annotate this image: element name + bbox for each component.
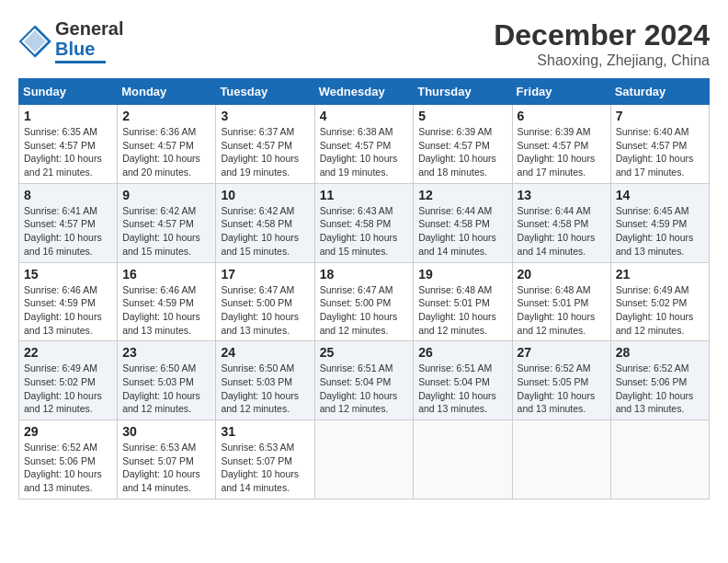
sunrise-text: Sunrise: 6:41 AM bbox=[24, 205, 97, 216]
sunset-text: Sunset: 5:06 PM bbox=[616, 376, 688, 387]
calendar-week-row: 22 Sunrise: 6:49 AM Sunset: 5:02 PM Dayl… bbox=[19, 341, 710, 420]
day-info: Sunrise: 6:47 AM Sunset: 5:00 PM Dayligh… bbox=[320, 283, 409, 338]
day-info: Sunrise: 6:35 AM Sunset: 4:57 PM Dayligh… bbox=[24, 125, 112, 179]
table-row: 27 Sunrise: 6:52 AM Sunset: 5:05 PM Dayl… bbox=[512, 341, 610, 420]
day-info: Sunrise: 6:49 AM Sunset: 5:02 PM Dayligh… bbox=[616, 283, 704, 338]
table-row: 28 Sunrise: 6:52 AM Sunset: 5:06 PM Dayl… bbox=[610, 341, 709, 420]
day-info: Sunrise: 6:53 AM Sunset: 5:07 PM Dayligh… bbox=[122, 441, 210, 495]
table-row: 18 Sunrise: 6:47 AM Sunset: 5:00 PM Dayl… bbox=[314, 262, 414, 341]
day-number: 16 bbox=[122, 267, 210, 282]
sunrise-text: Sunrise: 6:51 AM bbox=[320, 362, 393, 373]
day-number: 20 bbox=[518, 267, 606, 282]
daylight-text: Daylight: 10 hours and 20 minutes. bbox=[122, 153, 200, 178]
daylight-text: Daylight: 10 hours and 15 minutes. bbox=[320, 232, 398, 257]
calendar-table: Sunday Monday Tuesday Wednesday Thursday… bbox=[18, 78, 710, 500]
table-row: 14 Sunrise: 6:45 AM Sunset: 4:59 PM Dayl… bbox=[610, 183, 709, 262]
daylight-text: Daylight: 10 hours and 12 minutes. bbox=[221, 390, 299, 415]
sunset-text: Sunset: 4:57 PM bbox=[122, 140, 194, 151]
col-wednesday: Wednesday bbox=[314, 79, 414, 105]
daylight-text: Daylight: 10 hours and 17 minutes. bbox=[616, 153, 694, 178]
sunset-text: Sunset: 5:03 PM bbox=[221, 376, 292, 387]
sunrise-text: Sunrise: 6:53 AM bbox=[122, 442, 196, 453]
sunrise-text: Sunrise: 6:47 AM bbox=[221, 284, 294, 295]
calendar-header-row: Sunday Monday Tuesday Wednesday Thursday… bbox=[19, 79, 710, 105]
day-number: 18 bbox=[320, 267, 409, 282]
sunrise-text: Sunrise: 6:38 AM bbox=[320, 126, 393, 137]
day-number: 27 bbox=[518, 345, 606, 360]
col-sunday: Sunday bbox=[19, 79, 118, 105]
day-number: 8 bbox=[24, 188, 112, 202]
daylight-text: Daylight: 10 hours and 14 minutes. bbox=[122, 468, 200, 493]
daylight-text: Daylight: 10 hours and 19 minutes. bbox=[320, 153, 398, 178]
daylight-text: Daylight: 10 hours and 12 minutes. bbox=[518, 311, 596, 336]
day-info: Sunrise: 6:45 AM Sunset: 4:59 PM Dayligh… bbox=[616, 204, 704, 259]
sunrise-text: Sunrise: 6:42 AM bbox=[221, 205, 294, 216]
sunrise-text: Sunrise: 6:48 AM bbox=[518, 284, 591, 295]
table-row bbox=[610, 420, 709, 500]
table-row bbox=[512, 420, 610, 500]
sunset-text: Sunset: 4:57 PM bbox=[320, 140, 392, 151]
day-number: 13 bbox=[518, 188, 606, 202]
sunset-text: Sunset: 4:59 PM bbox=[24, 297, 96, 308]
day-number: 3 bbox=[221, 109, 309, 123]
day-number: 30 bbox=[122, 424, 210, 439]
daylight-text: Daylight: 10 hours and 13 minutes. bbox=[616, 232, 694, 257]
day-info: Sunrise: 6:53 AM Sunset: 5:07 PM Dayligh… bbox=[221, 441, 309, 495]
day-number: 7 bbox=[616, 109, 704, 123]
sunrise-text: Sunrise: 6:50 AM bbox=[122, 362, 196, 373]
sunset-text: Sunset: 5:07 PM bbox=[221, 455, 292, 466]
day-number: 31 bbox=[221, 424, 309, 439]
day-number: 6 bbox=[518, 109, 606, 123]
table-row: 7 Sunrise: 6:40 AM Sunset: 4:57 PM Dayli… bbox=[610, 105, 709, 184]
table-row: 5 Sunrise: 6:39 AM Sunset: 4:57 PM Dayli… bbox=[414, 105, 512, 184]
table-row: 31 Sunrise: 6:53 AM Sunset: 5:07 PM Dayl… bbox=[216, 420, 314, 500]
sunset-text: Sunset: 5:05 PM bbox=[518, 376, 589, 387]
day-info: Sunrise: 6:38 AM Sunset: 4:57 PM Dayligh… bbox=[320, 125, 409, 179]
day-info: Sunrise: 6:47 AM Sunset: 5:00 PM Dayligh… bbox=[221, 283, 309, 338]
day-info: Sunrise: 6:42 AM Sunset: 4:58 PM Dayligh… bbox=[221, 204, 309, 259]
day-number: 1 bbox=[24, 109, 112, 123]
calendar-week-row: 29 Sunrise: 6:52 AM Sunset: 5:06 PM Dayl… bbox=[19, 420, 710, 500]
col-saturday: Saturday bbox=[610, 79, 709, 105]
logo: General Blue bbox=[18, 18, 123, 63]
day-info: Sunrise: 6:49 AM Sunset: 5:02 PM Dayligh… bbox=[24, 362, 112, 416]
sunset-text: Sunset: 4:58 PM bbox=[320, 218, 392, 229]
day-info: Sunrise: 6:51 AM Sunset: 5:04 PM Dayligh… bbox=[320, 362, 409, 416]
daylight-text: Daylight: 10 hours and 13 minutes. bbox=[616, 390, 694, 415]
day-number: 9 bbox=[122, 188, 210, 202]
col-monday: Monday bbox=[118, 79, 216, 105]
table-row: 4 Sunrise: 6:38 AM Sunset: 4:57 PM Dayli… bbox=[314, 105, 414, 184]
day-number: 15 bbox=[24, 267, 112, 282]
sunset-text: Sunset: 4:57 PM bbox=[616, 140, 688, 151]
day-number: 25 bbox=[320, 345, 409, 360]
day-info: Sunrise: 6:52 AM Sunset: 5:06 PM Dayligh… bbox=[616, 362, 704, 416]
sunset-text: Sunset: 4:57 PM bbox=[518, 140, 589, 151]
daylight-text: Daylight: 10 hours and 12 minutes. bbox=[418, 311, 496, 336]
table-row: 22 Sunrise: 6:49 AM Sunset: 5:02 PM Dayl… bbox=[19, 341, 118, 420]
sunset-text: Sunset: 4:57 PM bbox=[24, 218, 96, 229]
day-number: 19 bbox=[418, 267, 506, 282]
sunrise-text: Sunrise: 6:45 AM bbox=[616, 205, 689, 216]
day-info: Sunrise: 6:36 AM Sunset: 4:57 PM Dayligh… bbox=[122, 125, 210, 179]
day-info: Sunrise: 6:40 AM Sunset: 4:57 PM Dayligh… bbox=[616, 125, 704, 179]
sunrise-text: Sunrise: 6:35 AM bbox=[24, 126, 97, 137]
table-row: 13 Sunrise: 6:44 AM Sunset: 4:58 PM Dayl… bbox=[512, 183, 610, 262]
calendar-week-row: 1 Sunrise: 6:35 AM Sunset: 4:57 PM Dayli… bbox=[19, 105, 710, 184]
day-info: Sunrise: 6:42 AM Sunset: 4:57 PM Dayligh… bbox=[122, 204, 210, 259]
daylight-text: Daylight: 10 hours and 12 minutes. bbox=[320, 311, 398, 336]
day-number: 29 bbox=[24, 424, 112, 439]
table-row: 3 Sunrise: 6:37 AM Sunset: 4:57 PM Dayli… bbox=[216, 105, 314, 184]
sunset-text: Sunset: 4:57 PM bbox=[221, 140, 292, 151]
sunrise-text: Sunrise: 6:51 AM bbox=[418, 362, 492, 373]
day-info: Sunrise: 6:52 AM Sunset: 5:06 PM Dayligh… bbox=[24, 441, 112, 495]
day-number: 21 bbox=[616, 267, 704, 282]
daylight-text: Daylight: 10 hours and 13 minutes. bbox=[122, 311, 200, 336]
daylight-text: Daylight: 10 hours and 12 minutes. bbox=[616, 311, 694, 336]
sunset-text: Sunset: 5:01 PM bbox=[418, 297, 490, 308]
sunset-text: Sunset: 5:06 PM bbox=[24, 455, 96, 466]
table-row: 30 Sunrise: 6:53 AM Sunset: 5:07 PM Dayl… bbox=[118, 420, 216, 500]
sunrise-text: Sunrise: 6:42 AM bbox=[122, 205, 196, 216]
daylight-text: Daylight: 10 hours and 17 minutes. bbox=[518, 153, 596, 178]
day-number: 23 bbox=[122, 345, 210, 360]
day-info: Sunrise: 6:51 AM Sunset: 5:04 PM Dayligh… bbox=[418, 362, 506, 416]
